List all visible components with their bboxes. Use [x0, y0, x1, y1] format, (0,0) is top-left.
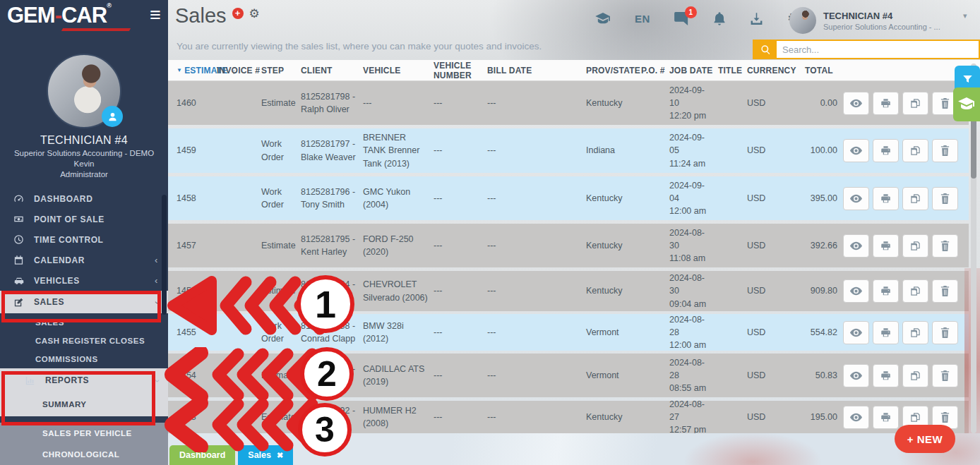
cell-vehicle-number: ---: [434, 97, 487, 109]
sidebar-nav: DASHBOARD POINT OF SALE TIME CONTROL CAL…: [0, 188, 168, 416]
column-header-vehicle[interactable]: VEHICLE: [363, 66, 434, 76]
tutorial-cap-icon[interactable]: [595, 13, 611, 25]
tab-sales[interactable]: Sales✖: [238, 445, 293, 465]
view-button[interactable]: [843, 139, 869, 162]
search-icon[interactable]: [754, 41, 777, 58]
cell-client: 8125281793 - Collins: [301, 363, 363, 388]
table-row[interactable]: 1454 Estimate 8125281793 - Collins CADIL…: [168, 354, 969, 397]
print-button[interactable]: [873, 234, 899, 258]
table-row[interactable]: 1457 Estimate 8125281795 - Kent Harley F…: [168, 224, 969, 267]
cell-bill-date: ---: [487, 326, 586, 339]
user-menu[interactable]: TECHNICIAN #4 Superior Solutions Account…: [789, 7, 940, 34]
download-icon[interactable]: [750, 13, 763, 25]
duplicate-button[interactable]: [902, 92, 928, 115]
sidebar-item-commissions[interactable]: COMMISSIONS: [0, 350, 168, 368]
cell-job-date: 2024-09-1012:20 pm: [669, 84, 718, 122]
chevron-down-icon: ‹: [151, 301, 162, 304]
print-button[interactable]: [873, 92, 899, 115]
open-tabs: Dashboard Sales✖: [169, 445, 293, 465]
cell-bill-date: ---: [487, 369, 586, 382]
duplicate-button[interactable]: [902, 187, 928, 210]
sidebar-item-chronological[interactable]: CHRONOLOGICAL: [0, 444, 168, 465]
view-button[interactable]: [843, 234, 869, 258]
view-button[interactable]: [843, 279, 869, 303]
view-button[interactable]: [843, 406, 869, 429]
cell-client: 8125281795 - Kent Harley: [301, 233, 363, 258]
column-header-step[interactable]: STEP: [261, 66, 301, 76]
delete-button[interactable]: [932, 364, 958, 387]
print-button[interactable]: [873, 321, 899, 344]
column-header-estimate[interactable]: ▼ ESTIMATE ⋮: [177, 66, 217, 76]
cell-job-date: 2024-08-2712:57 pm: [669, 398, 718, 436]
table-row[interactable]: 1456 Estimate 8125281794 - Payne CHEVROL…: [168, 271, 969, 311]
column-header-prov-state[interactable]: PROV/STATE: [586, 66, 641, 76]
cell-client: 8125281797 - Blake Weaver: [301, 138, 363, 163]
print-button[interactable]: [873, 139, 899, 162]
column-header-invoice[interactable]: INVOICE #: [217, 66, 261, 76]
duplicate-button[interactable]: [902, 364, 928, 387]
cell-currency: USD: [747, 326, 805, 339]
column-header-vehicle-number[interactable]: VEHICLE NUMBER: [434, 61, 487, 80]
print-button[interactable]: [873, 187, 899, 210]
delete-button[interactable]: [932, 187, 958, 210]
nav-label: CALENDAR: [34, 255, 85, 265]
duplicate-button[interactable]: [902, 321, 928, 344]
column-header-title[interactable]: TITLE: [718, 66, 747, 76]
duplicate-button[interactable]: [902, 139, 928, 162]
duplicate-button[interactable]: [902, 234, 928, 258]
print-button[interactable]: [873, 279, 899, 303]
tab-dashboard[interactable]: Dashboard: [169, 445, 235, 465]
table-row[interactable]: 1455 Work Order 8125281788 - Conrad Clap…: [168, 314, 969, 351]
column-header-po[interactable]: P.O. #: [641, 66, 669, 76]
close-icon[interactable]: ✖: [277, 451, 283, 460]
cell-job-date: 2024-08-3009:04 am: [669, 272, 718, 310]
add-icon[interactable]: +: [232, 8, 244, 19]
new-button[interactable]: + NEW: [895, 425, 955, 453]
sidebar-item-dashboard[interactable]: DASHBOARD: [0, 188, 168, 209]
trash-icon: [940, 98, 950, 109]
sidebar-item-vehicles[interactable]: VEHICLES ‹: [0, 270, 168, 291]
table-row[interactable]: 1453 Estimate 8125281792 - Barrett HUMME…: [168, 401, 969, 433]
sidebar-item-point-of-sale[interactable]: POINT OF SALE: [0, 209, 168, 229]
tutorial-button[interactable]: [953, 87, 980, 121]
hamburger-menu-icon[interactable]: ≡: [150, 4, 161, 25]
sidebar-item-sales-per-vehicle[interactable]: SALES PER VEHICLE: [0, 423, 168, 444]
cell-prov-state: Kentucky: [586, 411, 641, 423]
delete-button[interactable]: [932, 321, 958, 344]
chat-icon[interactable]: 1: [674, 12, 689, 25]
table-row[interactable]: 1460 Estimate 8125281798 - Ralph Oliver …: [168, 81, 969, 125]
sidebar-scrollbar[interactable]: [162, 195, 167, 315]
print-button[interactable]: [873, 364, 899, 387]
duplicate-button[interactable]: [902, 279, 928, 303]
column-header-bill-date[interactable]: BILL DATE: [487, 66, 586, 76]
column-header-total[interactable]: TOTAL: [805, 66, 842, 76]
bell-icon[interactable]: [713, 12, 726, 26]
sidebar-item-sales[interactable]: SALES ‹: [0, 291, 168, 313]
search-input[interactable]: [777, 41, 979, 58]
sidebar-item-time-control[interactable]: TIME CONTROL: [0, 229, 168, 250]
sidebar-item-summary[interactable]: SUMMARY: [0, 392, 168, 416]
delete-button[interactable]: [932, 279, 958, 303]
sidebar-item-reports[interactable]: REPORTS ‹: [0, 368, 168, 392]
column-header-client[interactable]: CLIENT: [301, 66, 363, 76]
view-button[interactable]: [843, 187, 869, 210]
settings-gear-icon[interactable]: ⚙: [249, 6, 260, 20]
view-button[interactable]: [843, 92, 869, 115]
column-header-currency[interactable]: CURRENCY: [747, 66, 805, 76]
sidebar-item-calendar[interactable]: CALENDAR ‹: [0, 250, 168, 270]
delete-button[interactable]: [932, 234, 958, 258]
sidebar-item-cash-register-closes[interactable]: CASH REGISTER CLOSES: [0, 332, 168, 350]
column-header-job-date[interactable]: JOB DATE: [669, 66, 718, 76]
print-button[interactable]: [873, 406, 899, 429]
view-button[interactable]: [843, 364, 869, 387]
caret-down-icon[interactable]: ▾: [963, 11, 967, 20]
table-row[interactable]: 1459 Work Order 8125281797 - Blake Weave…: [168, 128, 969, 173]
sidebar-item-sales-sub[interactable]: SALES: [0, 313, 168, 332]
view-button[interactable]: [843, 321, 869, 344]
user-badge-icon[interactable]: [102, 106, 123, 127]
user-avatar: [789, 7, 816, 34]
printer-icon: [880, 193, 891, 204]
delete-button[interactable]: [932, 139, 958, 162]
table-row[interactable]: 1458 Work Order 8125281796 - Tony Smith …: [168, 176, 969, 220]
language-selector[interactable]: EN: [635, 13, 650, 25]
